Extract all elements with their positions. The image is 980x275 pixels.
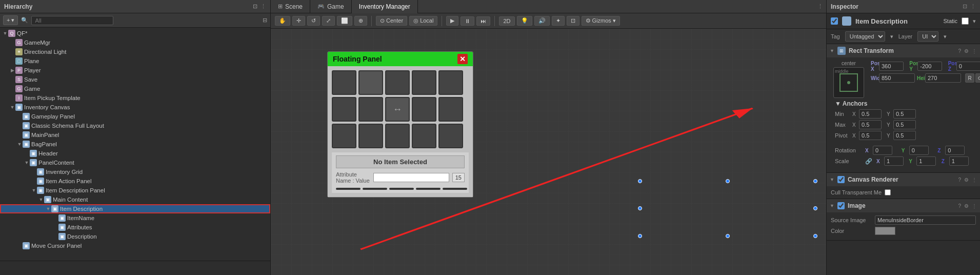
pos-y-input[interactable] xyxy=(917,62,942,71)
rect-transform-help-icon[interactable]: ? xyxy=(958,48,961,54)
sel-handle-bl[interactable] xyxy=(638,234,642,238)
object-active-checkbox[interactable] xyxy=(831,17,838,25)
image-checkbox[interactable] xyxy=(837,202,845,209)
constrain-proportions-button[interactable]: R xyxy=(965,73,974,83)
hierarchy-item-inventory-grid[interactable]: ▣ Inventory Grid xyxy=(0,167,270,176)
inv-cell-2-3[interactable] xyxy=(412,124,436,148)
layer-dropdown-icon[interactable]: ▾ xyxy=(944,33,947,40)
sel-handle-bm[interactable] xyxy=(726,234,730,238)
floating-panel-header[interactable]: Floating Panel ✕ xyxy=(328,52,473,66)
effects-button[interactable]: ✦ xyxy=(552,16,565,26)
hierarchy-item-pickup-template[interactable]: I Item Pickup Template xyxy=(0,93,270,103)
gizmos-button[interactable]: ⚙ Gizmos ▾ xyxy=(582,16,620,26)
hierarchy-item-player[interactable]: P Player xyxy=(0,66,270,75)
rect-tool-button[interactable]: ⬜ xyxy=(337,16,352,26)
hierarchy-item-panelcontent[interactable]: ▣ PanelContent xyxy=(0,158,270,167)
rect-transform-settings-icon[interactable]: ⚙ xyxy=(964,48,969,54)
canvas-renderer-header[interactable]: ▼ Canvas Renderer ? ⚙ ⋮ xyxy=(827,173,980,186)
overlay-button[interactable]: ⊡ xyxy=(567,16,579,26)
max-y-input[interactable] xyxy=(893,120,916,129)
hierarchy-item-inv-canvas[interactable]: ▣ Inventory Canvas xyxy=(0,103,270,112)
pivot-x-input[interactable] xyxy=(859,131,882,140)
rot-z-input[interactable] xyxy=(945,146,965,155)
sel-handle-tl[interactable] xyxy=(638,179,642,183)
inv-cell-2-4[interactable] xyxy=(438,124,463,148)
hierarchy-search-input[interactable] xyxy=(31,16,113,25)
scale-y-input[interactable] xyxy=(916,156,936,166)
inv-cell-0-0[interactable] xyxy=(332,70,356,95)
inv-cell-b-2[interactable] xyxy=(389,188,414,190)
inv-cell-0-2[interactable] xyxy=(385,70,410,95)
rot-y-input[interactable] xyxy=(909,146,929,155)
height-input[interactable] xyxy=(925,73,961,83)
static-dropdown-icon[interactable]: ▾ xyxy=(973,18,976,25)
attr-number-field[interactable]: 15 xyxy=(452,173,465,182)
move-tool-button[interactable]: ✛ xyxy=(292,16,305,26)
image-help-icon[interactable]: ? xyxy=(958,203,961,209)
scale-z-input[interactable] xyxy=(949,156,969,166)
inv-cell-1-2[interactable]: ↔ xyxy=(385,97,410,122)
light-button[interactable]: 💡 xyxy=(517,16,532,26)
inv-cell-1-4[interactable] xyxy=(438,97,463,122)
canvas-renderer-settings-icon[interactable]: ⚙ xyxy=(964,177,969,183)
hierarchy-item-move-cursor-panel[interactable]: ▣ Move Cursor Panel xyxy=(0,241,270,250)
inspector-more-icon[interactable]: ⋮ xyxy=(970,3,976,10)
tab-inventory-manager[interactable]: Inventory Manager xyxy=(352,0,418,13)
inv-cell-1-0[interactable] xyxy=(332,97,356,122)
tab-game[interactable]: 🎮 Game xyxy=(310,0,352,13)
scale-link-icon[interactable]: 🔗 xyxy=(865,158,872,165)
static-checkbox[interactable] xyxy=(962,17,969,25)
hierarchy-item-mainpanel[interactable]: ▣ MainPanel xyxy=(0,130,270,140)
transform-tool-button[interactable]: ⊕ xyxy=(354,16,367,26)
hierarchy-item-itemname[interactable]: ▣ ItemName xyxy=(0,213,270,223)
hierarchy-item-gamemgr[interactable]: G GameMgr xyxy=(0,38,270,47)
hierarchy-item-item-description[interactable]: ▣ Item Description xyxy=(0,204,270,213)
inv-cell-1-1[interactable] xyxy=(358,97,383,122)
tab-scene[interactable]: ⊞ Scene xyxy=(271,0,310,13)
step-button[interactable]: ⏭ xyxy=(476,16,490,26)
inv-cell-0-3[interactable] xyxy=(412,70,436,95)
scale-tool-button[interactable]: ⤢ xyxy=(322,16,335,26)
hierarchy-item-game[interactable]: G Game xyxy=(0,84,270,93)
scale-x-input[interactable] xyxy=(884,156,904,166)
canvas-renderer-checkbox[interactable] xyxy=(837,176,845,183)
image-header[interactable]: ▼ Image ? ⚙ ⋮ xyxy=(827,199,980,212)
hierarchy-root-item[interactable]: Q QF* xyxy=(0,29,270,38)
inv-cell-b-3[interactable] xyxy=(416,188,441,190)
reset-button[interactable]: ⟳ xyxy=(975,73,980,83)
anchor-widget[interactable]: middle xyxy=(833,67,864,98)
hierarchy-item-plane[interactable]: □ Plane xyxy=(0,56,270,66)
pos-x-input[interactable] xyxy=(879,62,904,71)
inspector-lock-icon[interactable]: ⊡ xyxy=(963,3,967,10)
sel-handle-ml[interactable] xyxy=(638,206,642,210)
rotate-tool-button[interactable]: ↺ xyxy=(307,16,320,26)
layer-dropdown[interactable]: UI xyxy=(917,31,938,42)
hierarchy-item-attributes[interactable]: ▣ Attributes xyxy=(0,223,270,232)
inv-cell-2-1[interactable] xyxy=(358,124,383,148)
canvas-renderer-more-icon[interactable]: ⋮ xyxy=(972,177,977,183)
pause-button[interactable]: ⏸ xyxy=(461,16,474,26)
inv-cell-b-0[interactable] xyxy=(336,188,361,190)
inv-cell-b-1[interactable] xyxy=(363,188,387,190)
inv-cell-b-4[interactable] xyxy=(443,188,467,190)
image-more-icon[interactable]: ⋮ xyxy=(972,203,977,209)
hierarchy-lock-icon[interactable]: ⊡ xyxy=(253,3,257,10)
pos-z-input[interactable] xyxy=(956,62,980,71)
sel-handle-tm[interactable] xyxy=(726,179,730,183)
hierarchy-item-bagpanel[interactable]: ▣ BagPanel xyxy=(0,140,270,149)
max-x-input[interactable] xyxy=(859,120,882,129)
play-button[interactable]: ▶ xyxy=(446,16,458,26)
tag-dropdown-icon[interactable]: ▾ xyxy=(890,33,893,40)
image-settings-icon[interactable]: ⚙ xyxy=(964,203,969,209)
pivot-y-input[interactable] xyxy=(893,131,916,140)
cull-transparent-checkbox[interactable] xyxy=(885,189,891,195)
local-button[interactable]: ◎ Local xyxy=(409,16,437,26)
hand-tool-button[interactable]: ✋ xyxy=(275,16,290,26)
min-x-input[interactable] xyxy=(859,109,882,119)
rect-transform-more-icon[interactable]: ⋮ xyxy=(972,48,977,54)
hierarchy-item-header[interactable]: ▣ Header xyxy=(0,149,270,158)
sel-handle-tr[interactable] xyxy=(813,179,817,183)
sel-handle-br[interactable] xyxy=(813,234,817,238)
inv-cell-0-4[interactable] xyxy=(438,70,463,95)
min-y-input[interactable] xyxy=(893,109,916,119)
